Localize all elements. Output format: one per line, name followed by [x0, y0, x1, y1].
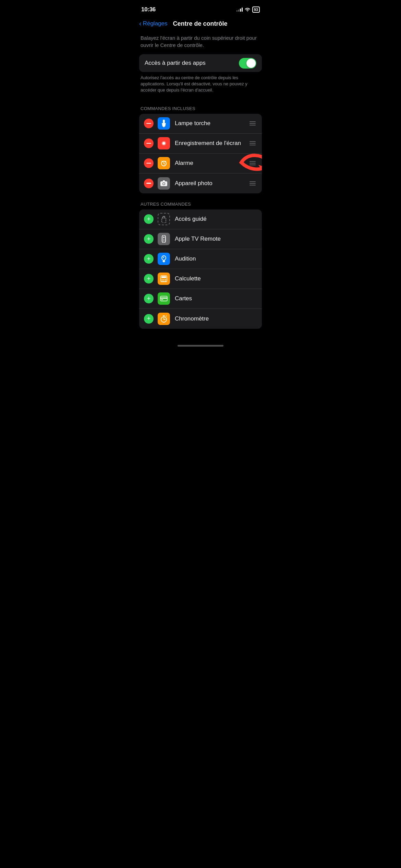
remove-photo-button[interactable] [144, 179, 154, 188]
calculette-icon [158, 273, 170, 285]
back-label: Réglages [143, 20, 168, 27]
status-icons: 93 [236, 7, 260, 13]
svg-rect-16 [162, 218, 166, 223]
calculette-label: Calculette [175, 275, 257, 282]
minus-icon [146, 163, 151, 164]
alarme-label: Alarme [175, 160, 248, 167]
minus-icon [146, 123, 151, 124]
access-toggle[interactable] [239, 58, 256, 69]
chronometre-icon [158, 313, 170, 325]
plus-icon: + [147, 236, 151, 242]
add-cartes-button[interactable]: + [144, 294, 154, 303]
section-header-included: Commandes incluses [134, 106, 267, 114]
add-audition-button[interactable]: + [144, 254, 154, 264]
chevron-left-icon: ‹ [139, 20, 142, 27]
plus-icon: + [147, 296, 151, 302]
battery-icon: 93 [252, 7, 260, 13]
cartes-label: Cartes [175, 295, 257, 302]
status-time: 10:36 [141, 6, 156, 13]
remove-lampe-button[interactable] [144, 119, 154, 128]
audition-icon [158, 253, 170, 265]
minus-icon [146, 143, 151, 144]
drag-handle[interactable] [248, 160, 257, 167]
svg-rect-31 [160, 298, 167, 299]
lampe-icon [158, 117, 170, 130]
svg-point-29 [165, 281, 166, 282]
list-item-appletv: + Apple TV Remote [139, 229, 262, 249]
svg-point-27 [162, 281, 163, 282]
svg-point-25 [163, 279, 165, 280]
access-setting-row: Accès à partir des apps [139, 54, 262, 72]
svg-rect-21 [163, 241, 165, 242]
back-button[interactable]: ‹ Réglages [139, 20, 168, 27]
plus-icon: + [147, 256, 151, 262]
remove-record-button[interactable] [144, 138, 154, 148]
nav-bar: ‹ Réglages Centre de contrôle [134, 17, 267, 32]
svg-rect-15 [163, 180, 165, 182]
drag-handle[interactable] [248, 140, 257, 147]
included-list: Lampe torche Enregistrement de l'écran [139, 114, 262, 193]
svg-marker-1 [162, 123, 166, 126]
top-description: Balayez l'écran à partir du coin supérie… [134, 32, 267, 54]
svg-rect-23 [161, 276, 166, 278]
alarme-icon [158, 157, 170, 169]
cartes-icon [158, 292, 170, 305]
plus-icon: + [147, 216, 151, 222]
toggle-knob [246, 59, 256, 68]
plus-icon: + [147, 315, 151, 322]
access-setting-label: Accès à partir des apps [145, 60, 206, 67]
add-calculette-button[interactable]: + [144, 274, 154, 284]
appletv-label: Apple TV Remote [175, 236, 257, 242]
svg-rect-36 [163, 315, 165, 316]
add-acces-guide-button[interactable]: + [144, 214, 154, 224]
remove-alarme-button[interactable] [144, 158, 154, 168]
list-item-acces-guide: + Accès guidé [139, 209, 262, 229]
svg-point-18 [163, 237, 165, 238]
svg-point-28 [163, 281, 165, 282]
svg-rect-0 [163, 120, 165, 123]
svg-line-37 [166, 316, 167, 316]
add-appletv-button[interactable]: + [144, 234, 154, 244]
acces-guide-label: Accès guidé [175, 216, 257, 222]
home-area [134, 329, 267, 349]
svg-rect-2 [163, 126, 165, 127]
svg-rect-19 [163, 239, 165, 240]
list-item: Enregistrement de l'écran [139, 134, 262, 154]
svg-point-24 [162, 279, 163, 280]
svg-line-7 [164, 164, 165, 164]
svg-rect-20 [163, 240, 165, 241]
record-label: Enregistrement de l'écran [175, 140, 248, 147]
home-indicator [178, 345, 223, 347]
photo-label: Appareil photo [175, 180, 248, 187]
svg-marker-10 [258, 165, 262, 171]
other-list: + Accès guidé + Apple TV Remote [139, 209, 262, 329]
add-chronometre-button[interactable]: + [144, 314, 154, 324]
lampe-label: Lampe torche [175, 120, 248, 127]
drag-handle[interactable] [248, 180, 257, 187]
wifi-icon [245, 7, 250, 12]
list-item-cartes: + Cartes [139, 289, 262, 309]
chronometre-label: Chronomètre [175, 315, 257, 322]
signal-icon [236, 8, 243, 12]
list-item-alarme: Alarme [139, 154, 262, 173]
svg-point-14 [163, 183, 165, 185]
drag-handle[interactable] [248, 120, 257, 127]
svg-point-26 [165, 279, 166, 280]
svg-point-4 [162, 142, 165, 145]
list-item-audition: + Audition [139, 249, 262, 269]
minus-icon [146, 183, 151, 184]
page-title: Centre de contrôle [173, 20, 228, 27]
status-bar: 10:36 93 [134, 0, 267, 17]
plus-icon: + [147, 276, 151, 282]
access-description: Autorisez l'accès au centre de contrôle … [134, 72, 267, 102]
acces-guide-icon [158, 213, 170, 225]
list-item: Appareil photo [139, 173, 262, 193]
record-icon [158, 137, 170, 149]
svg-rect-32 [161, 299, 163, 300]
list-item-calculette: + Calculette [139, 269, 262, 289]
section-header-other: Autres commandes [134, 202, 267, 209]
audition-label: Audition [175, 255, 257, 262]
photo-icon [158, 177, 170, 190]
appletv-icon [158, 233, 170, 245]
list-item-chronometre: + Chronomètre [139, 309, 262, 329]
